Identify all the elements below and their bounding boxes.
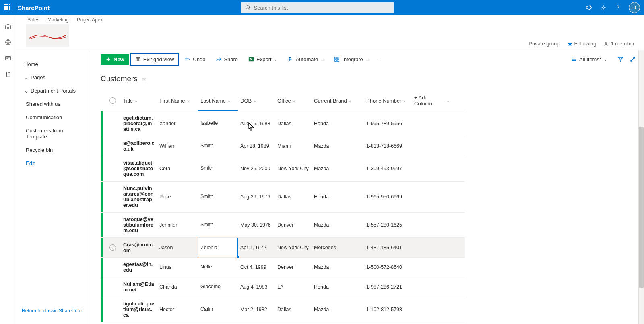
cell-first-name[interactable]: Linus	[157, 258, 198, 277]
cell-title[interactable]: natoque@vestibulumlorem.edu	[121, 213, 157, 237]
cell-brand[interactable]: Honda	[312, 277, 364, 297]
cell-last-name[interactable]: Cailin	[198, 297, 238, 322]
cell-office[interactable]: LA	[275, 277, 312, 297]
more-button[interactable]: ···	[374, 54, 388, 65]
col-phone[interactable]: Phone Number⌄	[364, 91, 412, 111]
cell-phone[interactable]: 1-557-280-1625	[364, 213, 412, 237]
col-dob[interactable]: DOB⌄	[238, 91, 275, 111]
cell-phone[interactable]: 1-965-950-6669	[364, 182, 412, 212]
cell-first-name[interactable]: Chanda	[157, 277, 198, 297]
table-row[interactable]: ligula.elit.pretium@risus.caHectorCailin…	[101, 297, 465, 322]
col-first-name[interactable]: First Name⌄	[157, 91, 198, 111]
cell-office[interactable]: New York City	[275, 238, 312, 257]
export-button[interactable]: Export ⌄	[244, 54, 282, 65]
cell-brand[interactable]: Honda	[312, 111, 364, 136]
table-row[interactable]: a@aclibero.co.ukWilliamSmithApr 28, 1989…	[101, 136, 465, 156]
cell-title[interactable]: Nullam@Etiam.net	[121, 277, 157, 297]
cell-last-name[interactable]: Giacomo	[198, 277, 238, 297]
search-box[interactable]	[241, 2, 394, 13]
cell-last-name[interactable]: Smith	[198, 213, 238, 237]
nav-customers-template[interactable]: Customers from Template	[16, 124, 90, 143]
cell-last-name[interactable]: Smith	[198, 156, 238, 181]
cell-first-name[interactable]: Xander	[157, 111, 198, 136]
select-all[interactable]	[105, 91, 121, 111]
cell-title[interactable]: Cras@non.com	[121, 238, 157, 257]
cell-first-name[interactable]: Hector	[157, 297, 198, 322]
cell-title[interactable]: ligula.elit.pretium@risus.ca	[121, 297, 157, 322]
cell-brand[interactable]: Mazda	[312, 136, 364, 156]
scrollbar-thumb[interactable]	[639, 127, 644, 288]
nav-communication[interactable]: Communication	[16, 111, 90, 124]
col-title[interactable]: Title⌄	[121, 91, 157, 111]
cell-first-name[interactable]: Jennifer	[157, 213, 198, 237]
cell-dob[interactable]: Aug 4, 1983	[238, 277, 275, 297]
share-button[interactable]: Share	[211, 54, 243, 65]
user-avatar[interactable]: HL	[629, 2, 640, 13]
cell-brand[interactable]: Mazda	[312, 297, 364, 322]
cell-office[interactable]: Denver	[275, 213, 312, 237]
cell-phone[interactable]: 1-309-493-9697	[364, 156, 412, 181]
cell-office[interactable]: Dallas	[275, 297, 312, 322]
following-button[interactable]: Following	[567, 41, 597, 47]
row-select[interactable]	[105, 238, 121, 257]
cell-dob[interactable]: Aug 29, 1976	[238, 182, 275, 212]
nav-pages[interactable]: ⌄Pages	[16, 71, 90, 84]
table-row[interactable]: Cras@non.comJasonZeleniaApr 1, 1972New Y…	[101, 238, 465, 258]
cell-dob[interactable]: Apr 1, 1972	[238, 238, 275, 257]
cell-phone[interactable]: 1-987-286-2721	[364, 277, 412, 297]
nav-home[interactable]: Home	[16, 58, 90, 71]
site-logo[interactable]	[26, 24, 69, 47]
nav-recycle-bin[interactable]: Recycle bin	[16, 143, 90, 157]
cell-brand[interactable]: Honda	[312, 182, 364, 212]
table-row[interactable]: eget.dictum.placerat@mattis.caXanderIsab…	[101, 111, 465, 136]
add-column-button[interactable]: + Add Column⌄	[412, 91, 452, 111]
globe-icon[interactable]	[4, 39, 12, 46]
cell-brand[interactable]: Mazda	[312, 258, 364, 277]
col-current-brand[interactable]: Current Brand⌄	[312, 91, 364, 111]
cell-brand[interactable]: Mazda	[312, 156, 364, 181]
cell-dob[interactable]: Apr 28, 1989	[238, 136, 275, 156]
cell-title[interactable]: a@aclibero.co.uk	[121, 136, 157, 156]
cell-office[interactable]: Denver	[275, 258, 312, 277]
row-select[interactable]	[105, 213, 121, 237]
integrate-button[interactable]: Integrate ⌄	[329, 54, 373, 65]
table-row[interactable]: egestas@in.eduLinusNelleOct 4, 1999Denve…	[101, 258, 465, 277]
filter-icon[interactable]	[617, 56, 624, 62]
hub-link[interactable]: Marketing	[47, 17, 69, 23]
row-select[interactable]	[105, 111, 121, 136]
nav-edit[interactable]: Edit	[16, 157, 90, 170]
expand-icon[interactable]	[630, 56, 636, 62]
settings-icon[interactable]	[600, 4, 607, 11]
col-office[interactable]: Office⌄	[275, 91, 312, 111]
nav-shared[interactable]: Shared with us	[16, 97, 90, 111]
view-selector[interactable]: All Items* ⌄	[566, 54, 612, 65]
cell-title[interactable]: Nunc.pulvinar.arcu@conubianostraper.edu	[121, 182, 157, 212]
cell-dob[interactable]: Mar 2, 1982	[238, 297, 275, 322]
cell-office[interactable]: Miami	[275, 136, 312, 156]
files-icon[interactable]	[4, 71, 12, 78]
table-row[interactable]: vitae.aliquet@sociisnatoque.comCoraSmith…	[101, 156, 465, 182]
cell-last-name[interactable]: Zelenia	[198, 238, 238, 257]
row-select[interactable]	[105, 297, 121, 322]
cell-first-name[interactable]: Cora	[157, 156, 198, 181]
news-icon[interactable]	[4, 55, 12, 62]
cell-phone[interactable]: 1-102-812-5798	[364, 297, 412, 322]
search-input[interactable]	[254, 5, 390, 11]
cell-first-name[interactable]: Jason	[157, 238, 198, 257]
favorite-star-icon[interactable]: ☆	[142, 76, 147, 82]
hub-link[interactable]: Sales	[27, 17, 39, 23]
cell-first-name[interactable]: William	[157, 136, 198, 156]
cell-brand[interactable]: Mercedes	[312, 238, 364, 257]
row-select[interactable]	[105, 258, 121, 277]
new-button[interactable]: New	[101, 54, 129, 65]
cell-last-name[interactable]: Nelle	[198, 258, 238, 277]
cell-last-name[interactable]: Smith	[198, 136, 238, 156]
table-row[interactable]: Nullam@Etiam.netChandaGiacomoAug 4, 1983…	[101, 277, 465, 297]
cell-title[interactable]: eget.dictum.placerat@mattis.ca	[121, 111, 157, 136]
cell-dob[interactable]: Oct 4, 1999	[238, 258, 275, 277]
cell-phone[interactable]: 1-481-185-6401	[364, 238, 412, 257]
cell-phone[interactable]: 1-500-572-8640	[364, 258, 412, 277]
row-select[interactable]	[105, 277, 121, 297]
help-icon[interactable]	[614, 4, 621, 11]
row-select[interactable]	[105, 182, 121, 212]
